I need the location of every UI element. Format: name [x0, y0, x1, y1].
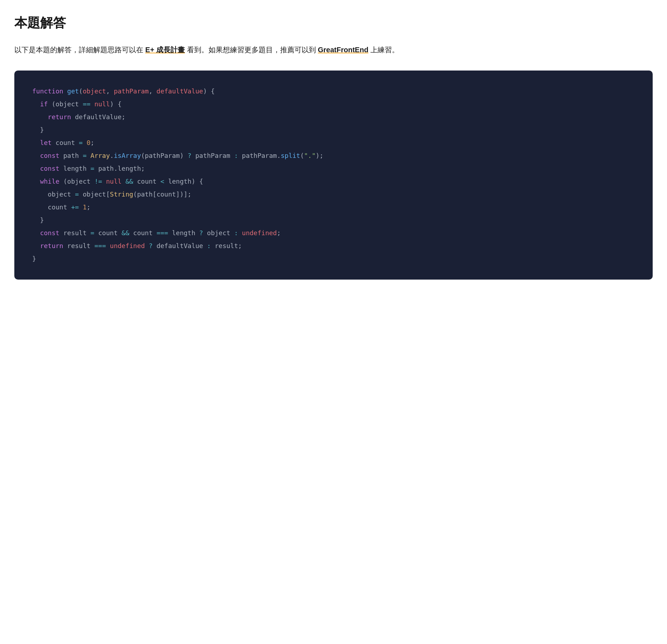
eplus-link[interactable]: E+ 成長計畫 — [145, 46, 185, 54]
code-line-19: } — [32, 252, 635, 265]
code-line-11: while (object != null && count < length)… — [32, 175, 635, 188]
code-line-13: count += 1; — [32, 201, 635, 214]
code-line-16: const result = count && count === length… — [32, 227, 635, 239]
desc-middle: 看到。如果想練習更多題目，推薦可以到 — [187, 46, 316, 54]
code-line-3: return defaultValue; — [32, 111, 635, 124]
code-line-18: return result === undefined ? defaultVal… — [32, 239, 635, 252]
code-content: function get(object, pathParam, defaultV… — [32, 85, 635, 265]
code-line-6: let count = 0; — [32, 136, 635, 149]
code-line-9: const length = path.length; — [32, 162, 635, 175]
code-line-4: } — [32, 124, 635, 136]
description-text: 以下是本題的解答，詳細解題思路可以在 E+ 成長計畫 看到。如果想練習更多題目，… — [14, 43, 653, 56]
gfe-link[interactable]: GreatFrontEnd — [318, 46, 368, 54]
desc-prefix: 以下是本題的解答，詳細解題思路可以在 — [14, 46, 143, 54]
code-line-8: const path = Array.isArray(pathParam) ? … — [32, 149, 635, 162]
code-line-1: function get(object, pathParam, defaultV… — [32, 85, 635, 98]
code-line-12: object = object[String(path[count])]; — [32, 188, 635, 201]
code-block: function get(object, pathParam, defaultV… — [14, 71, 653, 280]
desc-suffix: 上練習。 — [370, 46, 399, 54]
page-title: 本題解答 — [14, 14, 653, 32]
code-line-2: if (object == null) { — [32, 98, 635, 111]
code-line-14: } — [32, 214, 635, 227]
